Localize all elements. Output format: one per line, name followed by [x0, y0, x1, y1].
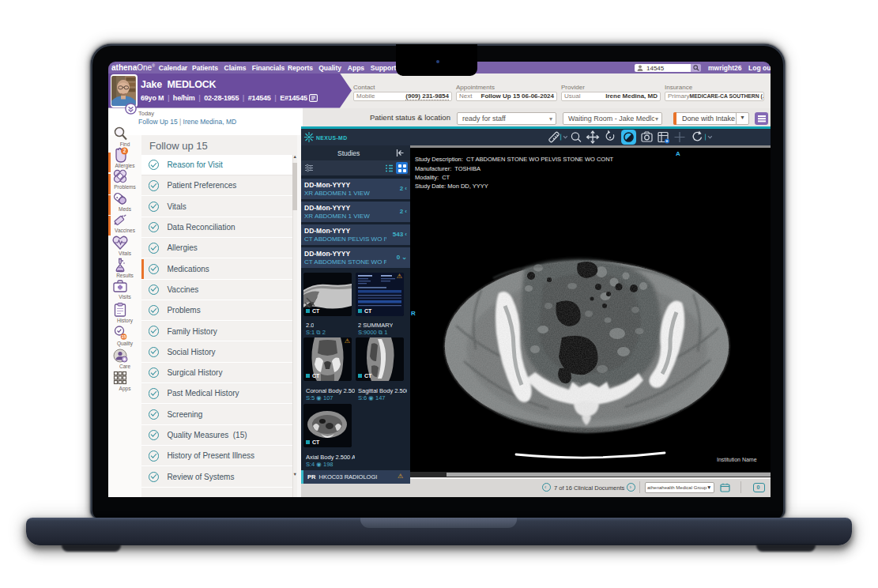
svg-text:2: 2: [123, 148, 126, 153]
svg-text:NEXUS-MD: NEXUS-MD: [316, 135, 347, 141]
svg-text:15: 15: [121, 334, 126, 339]
